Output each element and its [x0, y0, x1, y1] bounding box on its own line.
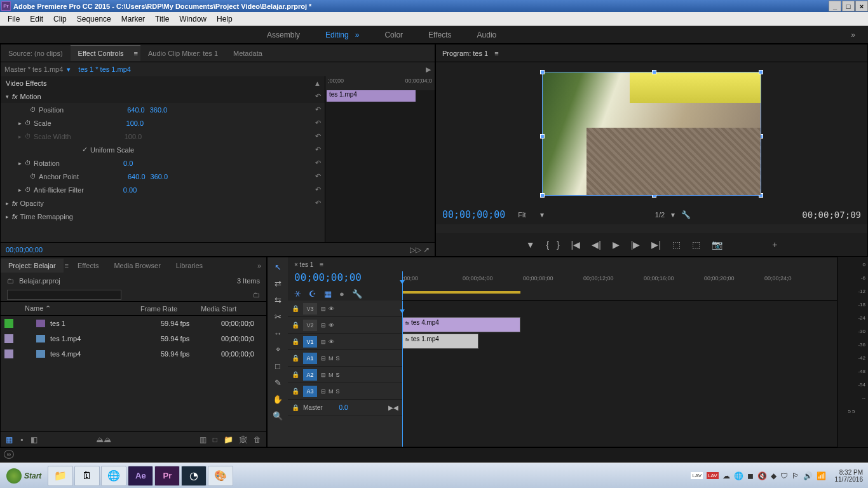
pen-tool-icon[interactable]: ⌖ [270, 342, 285, 356]
program-viewer[interactable] [436, 62, 867, 205]
close-button[interactable]: × [855, 1, 868, 11]
taskbar-chrome[interactable]: 🌐 [101, 466, 126, 486]
reset-icon[interactable]: ↶ [315, 186, 321, 194]
taskbar-explorer[interactable]: 📁 [48, 466, 73, 486]
tray-icon[interactable]: 🛡 [780, 471, 788, 480]
solo-icon[interactable]: S [336, 355, 340, 362]
eye-icon[interactable]: 👁 [329, 322, 334, 329]
position-y[interactable]: 360.0 [150, 106, 168, 114]
track-master[interactable]: 🔒Master0.0▶◀ [288, 400, 402, 416]
lock-icon[interactable]: 🔒 [292, 338, 299, 345]
find-icon[interactable]: □ [213, 435, 217, 444]
track-select-tool-icon[interactable]: ⇄ [270, 276, 285, 290]
lock-icon[interactable]: 🔒 [292, 322, 299, 329]
track-a3[interactable]: 🔒A3⊟MS [288, 383, 402, 400]
track-a1[interactable]: 🔒A1⊟MS [288, 350, 402, 367]
tray-volume-icon[interactable]: 🔊 [803, 471, 813, 480]
handle-bl[interactable] [540, 193, 545, 198]
freeform-view-icon[interactable]: ◧ [31, 435, 37, 444]
solo-icon[interactable]: S [336, 388, 340, 395]
effect-keyframe-timeline[interactable]: ;00;0000;00;04;0 tes 1.mp4 [325, 76, 435, 242]
automate-icon[interactable]: ▥ [200, 435, 207, 444]
tray-lav-icon[interactable]: LAV [707, 472, 719, 479]
program-tab[interactable]: Program: tes 1 [442, 50, 488, 57]
reset-icon[interactable]: ↶ [315, 172, 321, 180]
sync-icon[interactable]: ⊟ [321, 322, 326, 329]
extract-icon[interactable]: ⬚ [692, 240, 700, 250]
lock-icon[interactable]: 🔒 [292, 305, 299, 312]
playhead[interactable] [402, 271, 403, 300]
workspace-assembly[interactable]: Assembly [267, 30, 300, 39]
tray-icon[interactable]: 🏳 [792, 471, 799, 480]
anchor-x[interactable]: 640.0 [128, 173, 146, 180]
lock-icon[interactable]: 🔒 [292, 371, 299, 378]
mute-icon[interactable]: M [329, 372, 334, 378]
list-item[interactable]: tes 159.94 fps00;00;00;0 [1, 316, 266, 331]
button-editor-icon[interactable]: + [772, 240, 777, 250]
handle-tr[interactable] [759, 70, 763, 74]
tray-icon[interactable]: 🔇 [757, 471, 767, 480]
handle-br[interactable] [759, 193, 763, 198]
eye-icon[interactable]: 👁 [329, 339, 334, 345]
marker-icon[interactable]: ▼ [526, 240, 535, 250]
menu-marker[interactable]: Marker [116, 13, 150, 25]
workspace-color[interactable]: Color [384, 30, 403, 39]
stopwatch-icon[interactable]: ⏱ [25, 119, 31, 126]
tab-media-browser[interactable]: Media Browser [106, 259, 168, 273]
antiflicker-value[interactable]: 0.00 [123, 186, 137, 194]
section-toggle-icon[interactable]: ▲ [314, 79, 321, 87]
sync-icon[interactable]: ⊟ [321, 306, 326, 312]
zoom-fit-dropdown[interactable]: Fit [518, 211, 526, 219]
menu-sequence[interactable]: Sequence [72, 13, 116, 25]
taskbar-calendar[interactable]: 🗓 [74, 466, 100, 486]
resolution-dropdown[interactable]: 1/2 [655, 211, 665, 219]
clip-link[interactable]: tes 1 * tes 1.mp4 [78, 65, 131, 73]
handle-bm[interactable] [652, 193, 656, 198]
search-input[interactable] [7, 290, 121, 300]
playhead-line[interactable] [402, 301, 403, 447]
linked-selection-icon[interactable]: ☪ [309, 289, 316, 299]
selection-tool-icon[interactable]: ↖ [270, 260, 285, 274]
menu-edit[interactable]: Edit [25, 13, 48, 25]
sync-icon[interactable]: ⊟ [321, 388, 326, 395]
anchor-y[interactable]: 360.0 [151, 173, 168, 180]
dropdown-icon[interactable]: ▾ [540, 210, 544, 219]
menu-help[interactable]: Help [212, 13, 238, 25]
reset-icon[interactable]: ↶ [315, 199, 321, 207]
new-item-icon[interactable]: 🕸 [240, 435, 247, 444]
tray-network-icon[interactable]: 📶 [817, 471, 826, 480]
solo-icon[interactable]: S [336, 372, 340, 378]
sync-icon[interactable]: ⊟ [321, 355, 326, 362]
label-swatch[interactable] [4, 319, 13, 328]
tab-source[interactable]: Source: (no clips) [1, 46, 71, 61]
go-to-in-icon[interactable]: |◀ [571, 240, 581, 250]
reset-icon[interactable]: ↶ [315, 119, 321, 127]
effect-footer-icons[interactable]: ▷▷ ↗ [410, 245, 430, 254]
lock-icon[interactable]: 🔒 [292, 355, 299, 362]
reset-icon[interactable]: ↶ [315, 146, 321, 154]
timeline-timecode[interactable]: 00;00;00;00 [288, 271, 402, 287]
handle-mr[interactable] [759, 134, 763, 139]
effect-timecode[interactable]: 00;00;00;00 [6, 246, 43, 254]
in-out-icon[interactable]: { } [546, 240, 560, 250]
tab-effect-controls[interactable]: Effect Controls [71, 45, 132, 61]
tab-overflow-icon[interactable]: » [257, 262, 266, 269]
timeline-area[interactable]: fx tes 4.mp4 fx tes 1.mp4 [402, 301, 837, 447]
snap-icon[interactable]: ⚹ [294, 288, 301, 299]
mute-icon[interactable]: M [329, 388, 334, 395]
clip-dropdown-icon[interactable]: ▾ [67, 65, 71, 74]
motion-effect[interactable]: ▾fxMotion↶ [1, 90, 325, 103]
rotation-value[interactable]: 0.0 [123, 159, 133, 167]
maximize-button[interactable]: □ [842, 1, 855, 11]
sync-icon[interactable]: ⊟ [321, 339, 326, 345]
new-bin-icon[interactable]: 📁 [224, 435, 233, 444]
handle-tl[interactable] [540, 70, 545, 74]
reset-icon[interactable]: ↶ [315, 132, 321, 140]
workspace-editing[interactable]: Editing [325, 30, 349, 39]
razor-tool-icon[interactable]: ✂ [270, 309, 285, 323]
stopwatch-icon[interactable]: ⏱ [25, 159, 31, 166]
menu-title[interactable]: Title [150, 13, 174, 25]
slip-tool-icon[interactable]: ↔ [270, 326, 285, 340]
taskbar-after-effects[interactable]: Ae [128, 466, 153, 486]
program-menu-icon[interactable]: ≡ [494, 50, 498, 57]
